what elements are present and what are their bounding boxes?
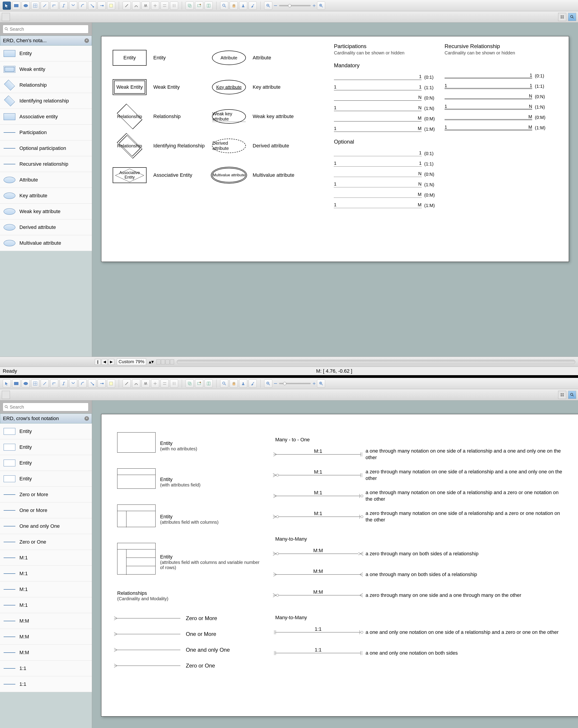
- connector-tool-4[interactable]: [69, 2, 77, 10]
- connector-tool-7[interactable]: [98, 380, 106, 388]
- table-tool[interactable]: [31, 2, 39, 10]
- h-scrollbar[interactable]: [177, 360, 576, 364]
- connector-tool-2[interactable]: [50, 380, 58, 388]
- line-tool-5[interactable]: [160, 380, 169, 388]
- sidebar-shape-item[interactable]: Zero or One: [0, 534, 92, 550]
- panel-close-icon[interactable]: ×: [84, 38, 89, 43]
- search-input[interactable]: [3, 403, 89, 411]
- connector-tool-6[interactable]: [88, 380, 96, 388]
- line-tool-4[interactable]: [151, 380, 159, 388]
- connector-tool-7[interactable]: [98, 2, 106, 10]
- line-tool-3[interactable]: [142, 380, 150, 388]
- panel-header[interactable]: ERD, crow's foot notation ×: [0, 414, 92, 423]
- sidebar-shape-item[interactable]: Associative entity: [0, 109, 92, 125]
- line-tool-3[interactable]: [142, 2, 150, 10]
- line-tool-2[interactable]: [132, 380, 140, 388]
- zoom-in-icon[interactable]: [317, 2, 325, 10]
- stamp-tool[interactable]: [239, 2, 247, 10]
- panel-header[interactable]: ERD, Chen's nota... ×: [0, 36, 92, 46]
- sidebar-shape-item[interactable]: M:1: [0, 597, 92, 613]
- sidebar-shape-item[interactable]: 1:1: [0, 676, 92, 692]
- group-tool-1[interactable]: [185, 2, 194, 10]
- zoom-stepper[interactable]: ▴▾: [149, 359, 154, 365]
- canvas-area[interactable]: Entity Entity Attribute Attribute Weak E…: [92, 23, 578, 357]
- group-tool-3[interactable]: [205, 2, 213, 10]
- rect-tool[interactable]: [12, 380, 20, 388]
- sidebar-shape-item[interactable]: Entity: [0, 471, 92, 487]
- ellipse-tool[interactable]: [22, 2, 30, 10]
- sidebar-shape-item[interactable]: Weak entity: [0, 61, 92, 77]
- sidebar-shape-item[interactable]: Key attribute: [0, 188, 92, 204]
- sidebar-shape-item[interactable]: Optional participation: [0, 140, 92, 156]
- zoom-out-icon[interactable]: [264, 380, 272, 388]
- sidebar-shape-item[interactable]: Recursive relationship: [0, 156, 92, 172]
- connector-tool-6[interactable]: [88, 2, 96, 10]
- grid-view-button[interactable]: [558, 13, 566, 21]
- hand-tool[interactable]: [230, 380, 238, 388]
- page-thumbs[interactable]: [156, 359, 174, 364]
- table-tool[interactable]: [31, 380, 39, 388]
- sidebar-shape-item[interactable]: Relationship: [0, 77, 92, 93]
- sidebar-shape-item[interactable]: Entity: [0, 439, 92, 455]
- line-tool-6[interactable]: [170, 2, 178, 10]
- sidebar-shape-item[interactable]: M:M: [0, 629, 92, 645]
- eyedropper-tool[interactable]: [249, 380, 257, 388]
- sidebar-shape-item[interactable]: Participation: [0, 125, 92, 140]
- sidebar-shape-item[interactable]: Identifying relationship: [0, 93, 92, 109]
- group-tool-2[interactable]: [195, 380, 203, 388]
- stamp-tool[interactable]: [239, 380, 247, 388]
- sidebar-shape-item[interactable]: M:1: [0, 581, 92, 597]
- connector-tool-1[interactable]: [41, 380, 49, 388]
- zoom-selector[interactable]: Custom 79%: [117, 359, 146, 365]
- canvas[interactable]: Entity (with no attributes) Entity (with…: [101, 414, 578, 717]
- group-tool-2[interactable]: [195, 2, 203, 10]
- tree-view-button[interactable]: [2, 391, 10, 399]
- connector-tool-2[interactable]: [50, 2, 58, 10]
- zoom-in-tool[interactable]: [220, 380, 228, 388]
- connector-tool-4[interactable]: [69, 380, 77, 388]
- line-tool-4[interactable]: [151, 2, 159, 10]
- zoom-out-icon[interactable]: [264, 2, 272, 10]
- eyedropper-tool[interactable]: [249, 2, 257, 10]
- note-tool[interactable]: [107, 2, 115, 10]
- sidebar-shape-item[interactable]: One and only One: [0, 518, 92, 534]
- pointer-tool[interactable]: [3, 380, 11, 388]
- connector-tool-1[interactable]: [41, 2, 49, 10]
- line-tool-6[interactable]: [170, 380, 178, 388]
- sidebar-shape-item[interactable]: Attribute: [0, 172, 92, 188]
- zoom-slider[interactable]: − +: [274, 2, 316, 9]
- search-input[interactable]: [3, 25, 89, 33]
- search-toggle-button[interactable]: [568, 13, 576, 21]
- zoom-in-icon[interactable]: [317, 380, 325, 388]
- page-next[interactable]: ▶: [108, 359, 114, 365]
- connector-tool-3[interactable]: [59, 380, 68, 388]
- group-tool-1[interactable]: [185, 380, 194, 388]
- ellipse-tool[interactable]: [22, 380, 30, 388]
- line-tool-5[interactable]: [160, 2, 169, 10]
- sidebar-shape-item[interactable]: M:1: [0, 566, 92, 581]
- connector-tool-5[interactable]: [79, 2, 87, 10]
- hand-tool[interactable]: [230, 2, 238, 10]
- panel-close-icon[interactable]: ×: [84, 416, 89, 421]
- sidebar-shape-item[interactable]: Multivalue attribute: [0, 235, 92, 251]
- sidebar-shape-item[interactable]: Zero or More: [0, 487, 92, 502]
- sidebar-shape-item[interactable]: Derived attribute: [0, 219, 92, 235]
- sidebar-shape-item[interactable]: Weak key attribute: [0, 204, 92, 219]
- sidebar-shape-item[interactable]: Entity: [0, 455, 92, 471]
- connector-tool-5[interactable]: [79, 380, 87, 388]
- page-prev[interactable]: ◀: [102, 359, 107, 365]
- line-tool-1[interactable]: [123, 2, 131, 10]
- line-tool-2[interactable]: [132, 2, 140, 10]
- sidebar-shape-item[interactable]: One or More: [0, 502, 92, 518]
- page-first[interactable]: ‖: [95, 359, 101, 365]
- canvas[interactable]: Entity Entity Attribute Attribute Weak E…: [101, 36, 569, 262]
- sidebar-shape-item[interactable]: M:M: [0, 645, 92, 660]
- sidebar-shape-item[interactable]: Entity: [0, 423, 92, 439]
- grid-view-button[interactable]: [558, 391, 566, 399]
- pointer-tool[interactable]: [3, 2, 11, 10]
- zoom-slider[interactable]: − +: [274, 380, 316, 387]
- connector-tool-3[interactable]: [59, 2, 68, 10]
- sidebar-shape-item[interactable]: M:1: [0, 550, 92, 566]
- rect-tool[interactable]: [12, 2, 20, 10]
- zoom-in-tool[interactable]: [220, 2, 228, 10]
